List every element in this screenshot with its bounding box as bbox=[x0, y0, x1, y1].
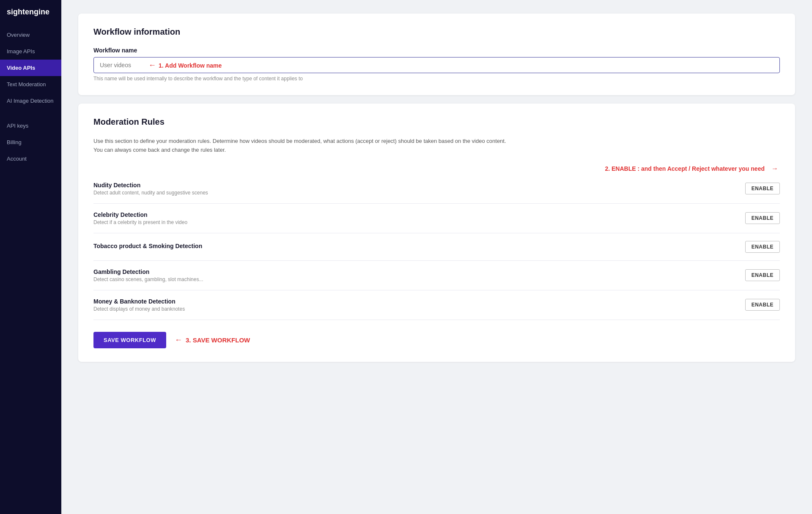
workflow-name-label: Workflow name bbox=[93, 47, 780, 54]
rule-info-nudity: Nudity Detection Detect adult content, n… bbox=[93, 182, 208, 196]
workflow-info-title: Workflow information bbox=[93, 27, 780, 37]
sidebar-item-image-apis[interactable]: Image APIs bbox=[0, 43, 61, 60]
annotation-step2-arrow: → bbox=[771, 165, 778, 172]
save-workflow-button[interactable]: SAVE WORKFLOW bbox=[93, 332, 166, 348]
workflow-name-hint: This name will be used internally to des… bbox=[93, 76, 780, 82]
annotation-step2-row: 2. ENABLE : and then Accept / Reject wha… bbox=[93, 165, 780, 172]
save-workflow-annotation: ← 3. SAVE WORKFLOW bbox=[175, 336, 250, 344]
enable-btn-gambling[interactable]: ENABLE bbox=[745, 269, 780, 281]
sidebar-nav: Overview Image APIs Video APIs Text Mode… bbox=[0, 27, 61, 167]
rule-desc-nudity: Detect adult content, nudity and suggest… bbox=[93, 190, 208, 196]
brand-name-end: engine bbox=[25, 8, 49, 16]
sidebar-item-overview[interactable]: Overview bbox=[0, 27, 61, 43]
enable-btn-money[interactable]: ENABLE bbox=[745, 299, 780, 311]
sidebar-item-ai-image-detection[interactable]: AI Image Detection bbox=[0, 93, 61, 109]
save-arrow-icon: ← bbox=[175, 336, 182, 344]
rule-name-money: Money & Banknote Detection bbox=[93, 298, 185, 305]
workflow-name-row: ← 1. Add Workflow name bbox=[93, 57, 780, 73]
enable-btn-nudity[interactable]: ENABLE bbox=[745, 183, 780, 194]
rule-name-tobacco: Tobacco product & Smoking Detection bbox=[93, 243, 202, 249]
rule-name-nudity: Nudity Detection bbox=[93, 182, 208, 189]
sidebar-item-billing[interactable]: Billing bbox=[0, 134, 61, 150]
workflow-info-card: Workflow information Workflow name ← 1. … bbox=[78, 14, 795, 95]
main-content: Workflow information Workflow name ← 1. … bbox=[61, 0, 812, 514]
rule-info-tobacco: Tobacco product & Smoking Detection bbox=[93, 243, 202, 251]
annotation-step2-text: 2. ENABLE : and then Accept / Reject wha… bbox=[605, 165, 765, 172]
rule-row-celebrity: Celebrity Detection Detect if a celebrit… bbox=[93, 204, 780, 233]
rule-desc-celebrity: Detect if a celebrity is present in the … bbox=[93, 219, 187, 225]
sidebar-item-video-apis[interactable]: Video APIs bbox=[0, 60, 61, 76]
rule-desc-money: Detect displays of money and banknotes bbox=[93, 306, 185, 312]
rule-row-money: Money & Banknote Detection Detect displa… bbox=[93, 290, 780, 320]
sidebar-item-text-moderation[interactable]: Text Moderation bbox=[0, 76, 61, 93]
sidebar-item-account[interactable]: Account bbox=[0, 150, 61, 167]
rule-row-gambling: Gambling Detection Detect casino scenes,… bbox=[93, 261, 780, 290]
rule-info-gambling: Gambling Detection Detect casino scenes,… bbox=[93, 268, 203, 282]
brand-logo: sightengine bbox=[0, 0, 61, 27]
sidebar-item-api-keys[interactable]: API keys bbox=[0, 118, 61, 134]
enable-btn-celebrity[interactable]: ENABLE bbox=[745, 212, 780, 224]
rule-desc-gambling: Detect casino scenes, gambling, slot mac… bbox=[93, 276, 203, 282]
save-workflow-row: SAVE WORKFLOW ← 3. SAVE WORKFLOW bbox=[93, 332, 780, 348]
rule-info-celebrity: Celebrity Detection Detect if a celebrit… bbox=[93, 211, 187, 225]
brand-name-start: sight bbox=[7, 8, 25, 16]
moderation-rules-description: Use this section to define your moderati… bbox=[93, 137, 780, 155]
moderation-rules-title: Moderation Rules bbox=[93, 117, 780, 127]
rule-name-gambling: Gambling Detection bbox=[93, 268, 203, 275]
workflow-name-input[interactable] bbox=[93, 57, 780, 73]
enable-btn-tobacco[interactable]: ENABLE bbox=[745, 241, 780, 253]
sidebar: sightengine Overview Image APIs Video AP… bbox=[0, 0, 61, 514]
rule-row-nudity: Nudity Detection Detect adult content, n… bbox=[93, 174, 780, 204]
rule-name-celebrity: Celebrity Detection bbox=[93, 211, 187, 218]
rule-row-tobacco: Tobacco product & Smoking Detection ENAB… bbox=[93, 233, 780, 261]
rule-info-money: Money & Banknote Detection Detect displa… bbox=[93, 298, 185, 312]
moderation-rules-card: Moderation Rules Use this section to def… bbox=[78, 104, 795, 362]
